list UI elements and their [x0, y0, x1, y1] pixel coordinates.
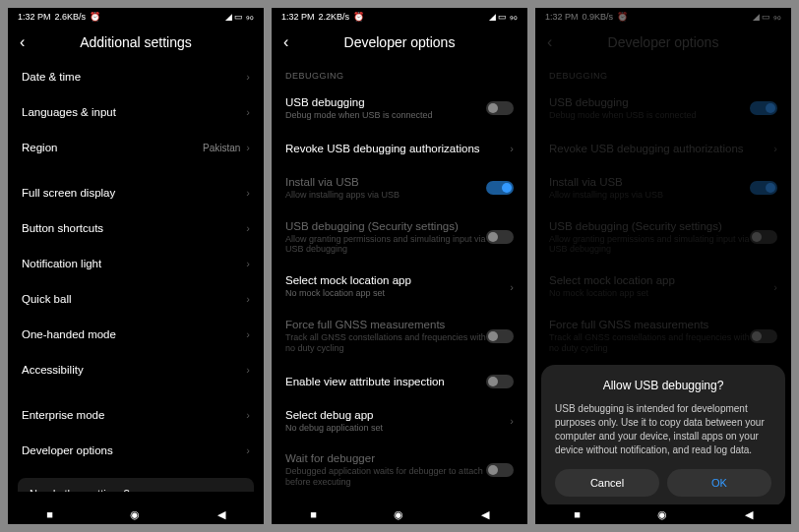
- header: ‹ Developer options: [272, 26, 527, 59]
- row-enterprise[interactable]: Enterprise mode›: [8, 397, 264, 433]
- chevron-right-icon: ›: [246, 328, 250, 340]
- alarm-icon: ⏰: [90, 12, 100, 22]
- chevron-right-icon: ›: [246, 293, 250, 305]
- dialog-title: Allow USB debugging?: [555, 379, 771, 392]
- row-quick-ball[interactable]: Quick ball›: [8, 281, 264, 317]
- header: ‹ Additional settings: [8, 26, 264, 59]
- screen-developer-options: 1:32 PM2.2KB/s⏰ ◢ ▭ ₉₀ ‹ Developer optio…: [272, 8, 527, 524]
- setting-row[interactable]: USB debugging (Security settings)Allow g…: [272, 210, 527, 266]
- region-value: Pakistan: [203, 143, 240, 153]
- chevron-right-icon: ›: [246, 106, 250, 118]
- nav-bar: ■ ◉ ◀: [8, 504, 264, 524]
- toggle-switch[interactable]: [486, 181, 514, 195]
- ok-button[interactable]: OK: [667, 469, 771, 497]
- chevron-right-icon: ›: [510, 143, 514, 154]
- status-bar: 1:32 PM2.2KB/s⏰ ◢ ▭ ₉₀: [272, 8, 527, 26]
- nav-back-icon[interactable]: ◀: [745, 508, 753, 521]
- chevron-right-icon: ›: [246, 258, 250, 269]
- row-notification-light[interactable]: Notification light›: [8, 246, 264, 281]
- status-time: 1:32 PM: [18, 12, 51, 22]
- setting-row[interactable]: Install via USBAllow installing apps via…: [272, 166, 527, 210]
- nav-recent-icon[interactable]: ■: [46, 508, 53, 520]
- nav-bar: ■ ◉ ◀: [272, 504, 527, 524]
- setting-row[interactable]: Enable view attribute inspection: [272, 364, 527, 399]
- card-title: Need other settings?: [30, 488, 242, 492]
- nav-home-icon[interactable]: ◉: [130, 508, 140, 521]
- status-time: 1:32 PM: [281, 12, 315, 22]
- nav-recent-icon[interactable]: ■: [574, 508, 581, 520]
- toggle-switch[interactable]: [486, 101, 514, 115]
- screen-developer-options-dialog: 1:32 PM0.9KB/s⏰ ◢ ▭ ₉₀ ‹ Developer optio…: [535, 8, 791, 524]
- chevron-right-icon: ›: [246, 364, 250, 376]
- dialog-body: USB debugging is intended for developmen…: [555, 402, 771, 457]
- status-speed: 2.6KB/s: [55, 12, 87, 22]
- setting-row[interactable]: Force full GNSS measurementsTrack all GN…: [272, 309, 527, 364]
- status-icons: ◢ ▭ ₉₀: [489, 12, 518, 22]
- row-button-shortcuts[interactable]: Button shortcuts›: [8, 210, 264, 246]
- chevron-right-icon: ›: [246, 71, 250, 83]
- chevron-right-icon: ›: [246, 142, 250, 153]
- chevron-right-icon: ›: [246, 409, 250, 421]
- status-speed: 2.2KB/s: [319, 12, 350, 22]
- section-label: DEBUGGING: [272, 59, 527, 87]
- chevron-right-icon: ›: [246, 187, 250, 199]
- row-date-time[interactable]: Date & time›: [8, 59, 264, 94]
- nav-home-icon[interactable]: ◉: [657, 508, 667, 521]
- toggle-switch[interactable]: [486, 463, 514, 477]
- alarm-icon: ⏰: [353, 12, 364, 22]
- chevron-right-icon: ›: [510, 281, 514, 293]
- nav-bar: ■ ◉ ◀: [535, 504, 791, 524]
- usb-debugging-dialog: Allow USB debugging? USB debugging is in…: [541, 365, 785, 506]
- chevron-right-icon: ›: [246, 222, 250, 234]
- status-icons: ◢ ▭ ₉₀: [225, 12, 254, 22]
- chevron-right-icon: ›: [510, 415, 514, 427]
- page-title: Developer options: [272, 34, 527, 50]
- setting-row[interactable]: Select debug appNo debug application set…: [272, 399, 527, 443]
- row-one-handed[interactable]: One-handed mode›: [8, 317, 264, 352]
- row-region[interactable]: RegionPakistan›: [8, 130, 264, 165]
- status-bar: 1:32 PM2.6KB/s⏰ ◢ ▭ ₉₀: [8, 8, 264, 26]
- nav-home-icon[interactable]: ◉: [394, 508, 403, 521]
- toggle-switch[interactable]: [486, 329, 514, 343]
- screen-additional-settings: 1:32 PM2.6KB/s⏰ ◢ ▭ ₉₀ ‹ Additional sett…: [8, 8, 264, 524]
- cancel-button[interactable]: Cancel: [555, 469, 659, 497]
- back-button[interactable]: ‹: [283, 33, 303, 51]
- row-full-screen[interactable]: Full screen display›: [8, 175, 264, 210]
- page-title: Additional settings: [8, 34, 264, 50]
- nav-back-icon[interactable]: ◀: [217, 508, 225, 521]
- toggle-switch[interactable]: [486, 230, 514, 244]
- row-languages[interactable]: Languages & input›: [8, 94, 264, 130]
- nav-back-icon[interactable]: ◀: [481, 508, 489, 521]
- toggle-switch[interactable]: [486, 375, 514, 388]
- row-accessibility[interactable]: Accessibility›: [8, 352, 264, 387]
- other-settings-card: Need other settings? Privacy Sound effec…: [18, 478, 254, 492]
- row-developer-options[interactable]: Developer options›: [8, 433, 264, 468]
- setting-row[interactable]: Revoke USB debugging authorizations›: [272, 131, 527, 166]
- chevron-right-icon: ›: [246, 444, 250, 456]
- back-button[interactable]: ‹: [20, 33, 39, 51]
- nav-recent-icon[interactable]: ■: [310, 508, 317, 520]
- setting-row[interactable]: Select mock location appNo mock location…: [272, 265, 527, 309]
- setting-row[interactable]: Wait for debuggerDebugged application wa…: [272, 443, 527, 492]
- setting-row[interactable]: USB debuggingDebug mode when USB is conn…: [272, 87, 527, 131]
